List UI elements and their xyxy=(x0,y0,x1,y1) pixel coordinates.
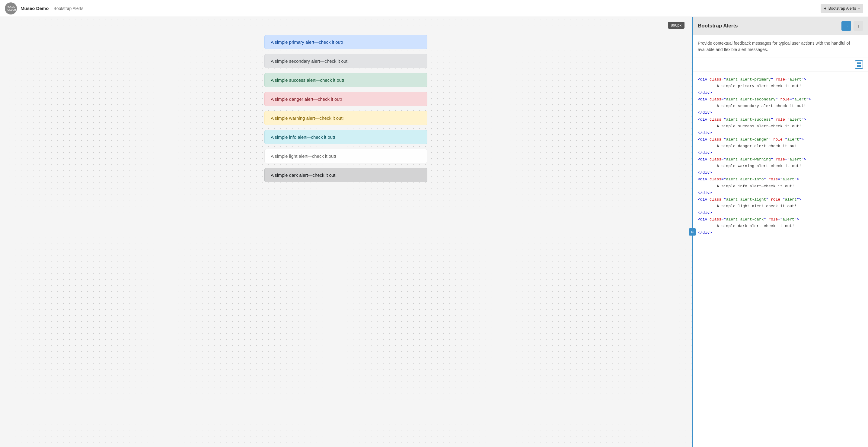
code-line: </div> xyxy=(698,210,863,216)
code-line: <div class="alert alert-light" role="ale… xyxy=(698,196,863,203)
grid-view-button[interactable] xyxy=(855,60,863,69)
topbar: PLACEHOLDER Museo Demo Bootstrap Alerts … xyxy=(0,0,868,17)
svg-rect-0 xyxy=(857,62,859,64)
viewport-badge: 890px xyxy=(668,22,684,29)
topbar-right: + Bootstrap Alerts + xyxy=(820,4,863,13)
alert-success: A simple success alert—check it out! xyxy=(265,73,427,87)
code-line: A simple secondary alert—check it out! xyxy=(698,103,863,109)
code-line: A simple dark alert—check it out! xyxy=(698,223,863,229)
expand-button[interactable]: → xyxy=(841,21,851,31)
code-line: A simple info alert—check it out! xyxy=(698,183,863,190)
code-line: </div> xyxy=(698,169,863,176)
svg-rect-2 xyxy=(857,65,859,67)
code-line: </div> xyxy=(698,90,863,96)
code-line: <div class="alert alert-dark" role="aler… xyxy=(698,216,863,223)
code-line: A simple warning alert—check it out! xyxy=(698,163,863,169)
code-line: <div class="alert alert-warning" role="a… xyxy=(698,156,863,163)
code-pane-title: Bootstrap Alerts xyxy=(698,23,738,29)
code-block: <div class="alert alert-primary" role="a… xyxy=(693,71,868,447)
alert-warning: A simple warning alert—check it out! xyxy=(265,111,427,125)
topbar-left: PLACEHOLDER Museo Demo Bootstrap Alerts xyxy=(5,2,83,14)
code-line: <div class="alert alert-success" role="a… xyxy=(698,117,863,123)
app-title: Museo Demo xyxy=(21,6,49,11)
alert-secondary: A simple secondary alert—check it out! xyxy=(265,54,427,68)
alerts-container: A simple primary alert—check it out!A si… xyxy=(240,17,452,205)
alert-info: A simple info alert—check it out! xyxy=(265,130,427,144)
page-subtitle: Bootstrap Alerts xyxy=(54,6,83,11)
svg-rect-3 xyxy=(859,65,861,67)
code-line: </div> xyxy=(698,130,863,136)
code-line: A simple light alert—check it out! xyxy=(698,203,863,210)
code-line: </div> xyxy=(698,109,863,116)
code-header: Bootstrap Alerts → ↓ xyxy=(693,17,868,35)
code-line: <div class="alert alert-secondary" role=… xyxy=(698,96,863,103)
alert-danger: A simple danger alert—check it out! xyxy=(265,92,427,106)
add-page-button[interactable]: + Bootstrap Alerts + xyxy=(820,4,863,13)
code-line: A simple success alert—check it out! xyxy=(698,123,863,130)
grid-icon xyxy=(857,62,861,67)
logo: PLACEHOLDER xyxy=(5,2,17,14)
code-line: </div> xyxy=(698,190,863,196)
code-line: A simple primary alert—check it out! xyxy=(698,83,863,90)
alert-primary: A simple primary alert—check it out! xyxy=(265,35,427,49)
preview-pane: 890px A simple primary alert—check it ou… xyxy=(0,17,692,447)
code-line: <div class="alert alert-info" role="aler… xyxy=(698,176,863,183)
code-line: A simple danger alert—check it out! xyxy=(698,143,863,150)
code-line: <div class="alert alert-danger" role="al… xyxy=(698,136,863,143)
divider-handle[interactable]: ⇔ xyxy=(689,228,696,235)
topbar-right-label: Bootstrap Alerts xyxy=(829,6,856,10)
plus-icon: + xyxy=(824,6,826,11)
code-description: Provide contextual feedback messages for… xyxy=(693,35,868,58)
alert-light: A simple light alert—check it out! xyxy=(265,149,427,163)
panel-divider[interactable]: ⇔ xyxy=(692,17,693,447)
alert-dark: A simple dark alert—check it out! xyxy=(265,168,427,182)
code-line: </div> xyxy=(698,150,863,156)
code-line: <div class="alert alert-primary" role="a… xyxy=(698,76,863,83)
code-pane: Bootstrap Alerts → ↓ Provide contextual … xyxy=(693,17,868,447)
code-toolbar xyxy=(693,58,868,71)
main-layout: 890px A simple primary alert—check it ou… xyxy=(0,17,868,447)
svg-rect-1 xyxy=(859,62,861,64)
code-header-actions: → ↓ xyxy=(841,21,863,31)
download-button[interactable]: ↓ xyxy=(854,21,863,31)
topbar-right-icon2: + xyxy=(858,6,860,10)
code-line: </div> xyxy=(698,229,863,236)
